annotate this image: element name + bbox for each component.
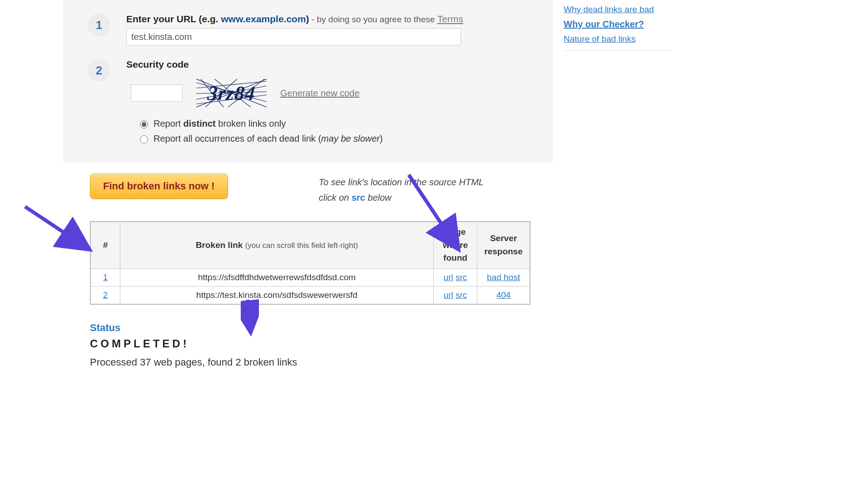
table-row: 1https://sfsdffdhdwetwerrewsfdsdfdsd.com… — [90, 268, 530, 286]
input-area: 1 Enter your URL (e.g. www.example.com) … — [63, 0, 553, 162]
row-number-cell: 2 — [90, 286, 120, 304]
security-row: 3rz84 — [131, 79, 526, 107]
status-heading: Status — [90, 322, 526, 334]
svg-line-1 — [196, 81, 267, 88]
step-1-row: 1 Enter your URL (e.g. www.example.com) … — [88, 14, 553, 45]
step-1-tail: - by doing so you agree to these — [309, 15, 437, 24]
step-1-label: Enter your URL (e.g. www.example.com) - … — [126, 14, 526, 25]
step-1-body: Enter your URL (e.g. www.example.com) - … — [126, 14, 553, 45]
option-all[interactable]: Report all occurrences of each dead link… — [138, 134, 526, 144]
sidebar-link-nature[interactable]: Nature of bad links — [564, 34, 673, 44]
option-all-pre: Report all occurrences of each dead link… — [154, 134, 321, 144]
url-input[interactable] — [126, 28, 461, 45]
step-2-row: 2 Security code 3rz84 — [88, 59, 553, 148]
step-1-prefix: Enter your URL (e.g. — [126, 14, 221, 24]
th-pwf-1: Page — [438, 226, 472, 239]
svg-line-3 — [196, 95, 267, 104]
option-distinct-post: broken links only — [216, 119, 286, 129]
table-header-row: # Broken link (you can scroll this field… — [90, 222, 530, 268]
hint-src-word: src — [352, 193, 365, 203]
server-response-link[interactable]: bad host — [487, 272, 520, 282]
hint-line-2: click on src below — [319, 190, 484, 205]
sidebar-divider — [564, 50, 673, 51]
broken-link-cell: https://sfsdffdhdwetwerrewsfdsdfdsd.com — [120, 268, 434, 286]
option-distinct-label: Report distinct broken links only — [154, 119, 286, 129]
th-page-where-found: Page where found — [434, 222, 477, 268]
step-2-body: Security code 3rz84 — [126, 59, 553, 148]
option-all-label: Report all occurrences of each dead link… — [154, 134, 383, 144]
server-response-cell: 404 — [477, 286, 531, 304]
pwf-url-link[interactable]: url — [444, 290, 453, 300]
hint-block: To see link's location in the source HTM… — [319, 174, 484, 205]
find-broken-links-button[interactable]: Find broken links now ! — [90, 173, 228, 199]
broken-link-cell: https://test.kinsta.com/sdfsdswewerwersf… — [120, 286, 434, 304]
step-1-example-url: www.example.com — [221, 14, 306, 24]
th-pwf-2: where — [438, 239, 472, 252]
th-number: # — [90, 222, 120, 268]
action-row: Find broken links now ! To see link's lo… — [90, 173, 526, 205]
th-server-response: Server response — [477, 222, 531, 268]
step-1-close: ) — [306, 14, 309, 24]
sidebar: Why dead links are bad Why our Checker? … — [564, 0, 673, 55]
th-pwf-3: found — [438, 252, 472, 265]
option-distinct-pre: Report — [154, 119, 184, 129]
option-distinct-radio[interactable] — [140, 120, 148, 129]
security-code-input[interactable] — [131, 84, 183, 102]
row-number-link[interactable]: 1 — [103, 272, 108, 282]
captcha-noise-icon — [196, 79, 267, 107]
status-summary: Processed 37 web pages, found 2 broken l… — [90, 356, 526, 368]
hint-line-2-pre: click on — [319, 193, 352, 203]
row-number-cell: 1 — [90, 268, 120, 286]
sidebar-link-why-checker[interactable]: Why our Checker? — [564, 19, 673, 30]
hint-line-2-post: below — [365, 193, 392, 203]
server-response-cell: bad host — [477, 268, 531, 286]
page-where-found-cell: url src — [434, 268, 477, 286]
pwf-src-link[interactable]: src — [456, 290, 467, 300]
step-2-label: Security code — [126, 59, 526, 70]
generate-new-code-link[interactable]: Generate new code — [280, 88, 360, 99]
server-response-link[interactable]: 404 — [496, 290, 511, 300]
option-all-radio[interactable] — [140, 135, 148, 144]
step-1-number: 1 — [88, 14, 110, 36]
th-broken-link-title: Broken link — [196, 240, 243, 250]
pwf-url-link[interactable]: url — [444, 272, 453, 282]
option-distinct[interactable]: Report distinct broken links only — [138, 119, 526, 129]
form-panel: 1 Enter your URL (e.g. www.example.com) … — [63, 0, 553, 396]
th-resp-1: Server — [482, 232, 525, 245]
option-all-em: may be slower — [321, 134, 380, 144]
hint-line-1: To see link's location in the source HTM… — [319, 174, 484, 190]
th-broken-link-sub: (you can scroll this field left-right) — [245, 241, 358, 250]
page-where-found-cell: url src — [434, 286, 477, 304]
results-table: # Broken link (you can scroll this field… — [90, 221, 531, 305]
captcha-image: 3rz84 — [196, 79, 267, 107]
row-number-link[interactable]: 2 — [103, 290, 108, 300]
status-completed: COMPLETED! — [90, 337, 526, 350]
option-all-post: ) — [380, 134, 383, 144]
table-row: 2https://test.kinsta.com/sdfsdswewerwers… — [90, 286, 530, 304]
terms-link[interactable]: Terms — [437, 14, 463, 24]
step-2-number: 2 — [88, 59, 110, 82]
option-distinct-bold: distinct — [184, 119, 216, 129]
pwf-src-link[interactable]: src — [456, 272, 467, 282]
th-resp-2: response — [482, 245, 525, 258]
results-area: Find broken links now ! To see link's lo… — [63, 162, 553, 396]
sidebar-link-dead-links[interactable]: Why dead links are bad — [564, 5, 673, 15]
th-broken-link: Broken link (you can scroll this field l… — [120, 222, 434, 268]
